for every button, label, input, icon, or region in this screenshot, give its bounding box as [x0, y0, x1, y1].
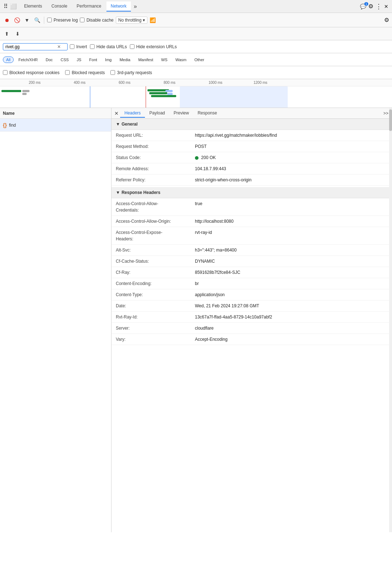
- tab-console[interactable]: Console: [47, 1, 72, 12]
- preserve-log-checkbox-label[interactable]: Preserve log: [47, 18, 78, 23]
- cursor-icon[interactable]: ⠿: [4, 3, 8, 10]
- type-filter-font[interactable]: Font: [86, 56, 100, 63]
- type-filter-img[interactable]: Img: [102, 56, 115, 63]
- filter-button[interactable]: ▼: [23, 16, 31, 24]
- search-button[interactable]: 🔍: [33, 16, 41, 24]
- headers-panel: ✕ Headers Payload Preview Response >> ▼ …: [111, 108, 392, 532]
- throttle-select[interactable]: No throttling ▾: [116, 17, 148, 24]
- invert-label: Invert: [76, 44, 87, 49]
- general-section-header[interactable]: ▼ General: [111, 119, 392, 130]
- remote-address-value: 104.18.7.99:443: [195, 166, 388, 172]
- ruler-600: 600 ms: [119, 81, 131, 85]
- date-name: Date:: [116, 303, 195, 309]
- main-area: Name {} find ✕ Headers Payload Preview R…: [0, 108, 392, 532]
- acac-value: true: [195, 200, 388, 213]
- type-filter-ws[interactable]: WS: [158, 56, 171, 63]
- header-row-content-type: Content-Type: application/json: [111, 289, 392, 300]
- type-filter-wasm[interactable]: Wasm: [172, 56, 190, 63]
- response-section-title: Response Headers: [122, 190, 160, 195]
- panel-tab-headers[interactable]: Headers: [120, 109, 145, 118]
- third-party-checkbox[interactable]: [110, 70, 115, 75]
- type-filter-other[interactable]: Other: [191, 56, 208, 63]
- devtools-more-icon[interactable]: ⋮: [375, 3, 382, 10]
- content-encoding-value: br: [195, 280, 388, 287]
- rvt-ray-id-name: Rvt-Ray-Id:: [116, 314, 195, 320]
- third-party-label[interactable]: 3rd-party requests: [110, 70, 152, 75]
- date-value: Wed, 21 Feb 2024 19:27:08 GMT: [195, 303, 388, 309]
- timeline-shade: [180, 86, 288, 108]
- invert-checkbox[interactable]: [70, 44, 74, 49]
- close-panel-button[interactable]: ✕: [113, 110, 120, 117]
- type-filter-css[interactable]: CSS: [58, 56, 72, 63]
- header-row-vary: Vary: Accept-Encoding: [111, 334, 392, 345]
- chat-badge[interactable]: 💬 1: [360, 4, 366, 9]
- more-tabs-button[interactable]: »: [132, 3, 139, 10]
- header-row-cf-cache: Cf-Cache-Status: DYNAMIC: [111, 256, 392, 267]
- header-row-cf-ray: Cf-Ray: 8591628b7f2fce84-SJC: [111, 267, 392, 278]
- panel-tab-payload[interactable]: Payload: [145, 109, 169, 118]
- panel-tab-bar: ✕ Headers Payload Preview Response >>: [111, 108, 392, 119]
- blocked-cookies-checkbox[interactable]: [3, 70, 8, 75]
- type-filter-media[interactable]: Media: [116, 56, 133, 63]
- tab-elements[interactable]: Elements: [20, 1, 46, 12]
- timeline-bar-3: [22, 93, 27, 95]
- panel-tab-preview[interactable]: Preview: [169, 109, 193, 118]
- header-row-alt-svc: Alt-Svc: h3=":443"; ma=86400: [111, 245, 392, 256]
- disable-cache-checkbox-label[interactable]: Disable cache: [80, 18, 113, 23]
- wifi-settings-icon[interactable]: 📶: [150, 17, 156, 23]
- preserve-log-checkbox[interactable]: [47, 18, 52, 22]
- type-filter-fetch-xhr[interactable]: Fetch/XHR: [15, 56, 41, 63]
- hide-extension-urls-checkbox-label[interactable]: Hide extension URLs: [130, 44, 177, 49]
- list-item-find[interactable]: {} find: [0, 119, 111, 132]
- scrollbar-thumb[interactable]: [389, 109, 392, 131]
- ruler-1000: 1000 ms: [209, 81, 222, 85]
- header-row-server: Server: cloudflare: [111, 323, 392, 334]
- tab-performance[interactable]: Performance: [72, 1, 106, 12]
- status-dot: [195, 156, 199, 160]
- response-headers-section-header[interactable]: ▼ Response Headers: [111, 187, 392, 198]
- search-clear-icon[interactable]: ✕: [57, 44, 61, 49]
- type-filter-manifest[interactable]: Manifest: [135, 56, 156, 63]
- blocked-cookies-text: Blocked response cookies: [9, 70, 59, 75]
- devtools-settings-icon[interactable]: ⚙: [368, 3, 373, 10]
- referrer-policy-value: strict-origin-when-cross-origin: [195, 177, 388, 183]
- network-settings-icon[interactable]: ⚙: [384, 17, 389, 23]
- hide-data-urls-checkbox[interactable]: [90, 44, 95, 49]
- header-row-rvt-ray-id: Rvt-Ray-Id: 13c67a7f-ffad-4aa5-8729-14c1…: [111, 312, 392, 323]
- request-url-value[interactable]: https://api.rivet.gg/matchmaker/lobbies/…: [195, 132, 388, 139]
- tab-bar-right: 💬 1 ⚙ ⋮ ✕: [360, 3, 391, 10]
- request-method-name: Request Method:: [116, 143, 195, 150]
- type-filter-all[interactable]: All: [3, 56, 14, 63]
- header-row-remote-address: Remote Address: 104.18.7.99:443: [111, 163, 392, 175]
- download-button[interactable]: ⬇: [14, 30, 22, 38]
- mobile-icon[interactable]: ⬜: [10, 3, 17, 10]
- upload-button[interactable]: ⬆: [3, 30, 11, 38]
- throttle-dropdown-icon: ▾: [143, 18, 145, 23]
- search-box: ✕: [3, 43, 68, 50]
- type-filter-doc[interactable]: Doc: [42, 56, 56, 63]
- hide-data-urls-checkbox-label[interactable]: Hide data URLs: [90, 44, 127, 49]
- blocked-requests-checkbox[interactable]: [65, 70, 70, 75]
- search-input[interactable]: [5, 44, 56, 49]
- blocked-cookies-label[interactable]: Blocked response cookies: [3, 70, 59, 75]
- status-code-text: 200 OK: [201, 155, 216, 160]
- tab-network[interactable]: Network: [106, 1, 131, 12]
- devtools-close-icon[interactable]: ✕: [384, 4, 388, 9]
- invert-checkbox-label[interactable]: Invert: [70, 44, 87, 49]
- blocked-requests-label[interactable]: Blocked requests: [65, 70, 105, 75]
- record-button[interactable]: ⏺: [3, 16, 11, 24]
- content-type-name: Content-Type:: [116, 291, 195, 298]
- type-filter-js[interactable]: JS: [73, 56, 85, 63]
- type-filter-row: All Fetch/XHR Doc CSS JS Font Img Media …: [0, 53, 392, 66]
- panel-tab-response[interactable]: Response: [193, 109, 221, 118]
- cf-cache-name: Cf-Cache-Status:: [116, 258, 195, 264]
- cf-ray-value: 8591628b7f2fce84-SJC: [195, 269, 388, 276]
- timeline-bar-8: [167, 93, 173, 95]
- toolbar-row-2: ⬆ ⬇: [0, 27, 392, 40]
- clear-button[interactable]: 🚫: [13, 16, 21, 24]
- acao-name: Access-Control-Allow-Origin:: [116, 218, 195, 225]
- scrollbar-track[interactable]: [389, 108, 392, 532]
- timeline-bar-5: [149, 92, 167, 94]
- disable-cache-checkbox[interactable]: [80, 18, 85, 22]
- hide-extension-urls-checkbox[interactable]: [130, 44, 135, 49]
